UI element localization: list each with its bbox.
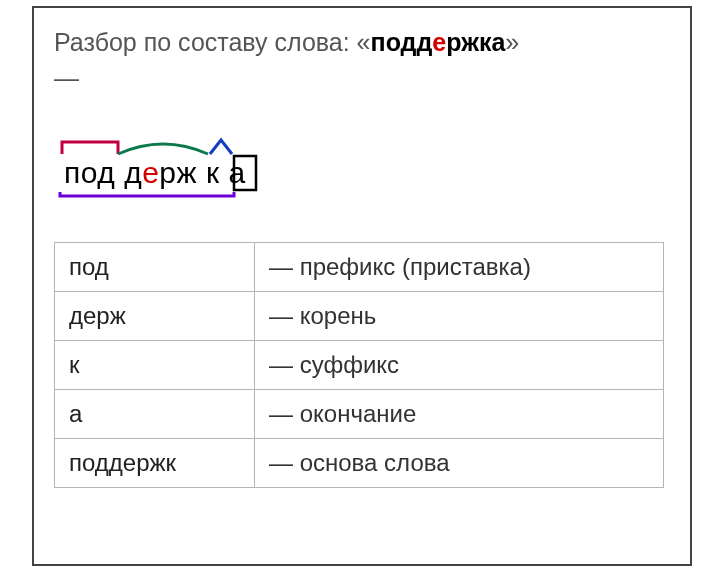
base-mark xyxy=(60,192,234,196)
prefix-mark xyxy=(62,142,118,154)
table-row: к — суффикс xyxy=(55,340,664,389)
part-cell: а xyxy=(55,389,255,438)
suffix-mark xyxy=(210,140,232,154)
part-cell: держ xyxy=(55,291,255,340)
table-row: держ — корень xyxy=(55,291,664,340)
title-word: поддержка xyxy=(371,28,506,56)
breakdown-table: под — префикс (приставка) держ — корень … xyxy=(54,242,664,488)
root-mark xyxy=(118,144,208,154)
desc-cell: — суффикс xyxy=(255,340,664,389)
desc-cell: — корень xyxy=(255,291,664,340)
part-cell: к xyxy=(55,340,255,389)
desc-cell: — основа слова xyxy=(255,438,664,487)
card: Разбор по составу слова: «поддержка» — п… xyxy=(32,6,692,566)
table-row: а — окончание xyxy=(55,389,664,438)
title: Разбор по составу слова: «поддержка» — xyxy=(54,26,670,96)
title-dash: — xyxy=(54,62,670,96)
desc-cell: — окончание xyxy=(255,389,664,438)
morpheme-word: под держ к а xyxy=(64,156,246,190)
desc-cell: — префикс (приставка) xyxy=(255,242,664,291)
morpheme-diagram: под держ к а xyxy=(58,134,670,204)
part-cell: под xyxy=(55,242,255,291)
title-suffix: » xyxy=(505,28,519,56)
part-cell: поддержк xyxy=(55,438,255,487)
table-row: поддержк — основа слова xyxy=(55,438,664,487)
table-row: под — префикс (приставка) xyxy=(55,242,664,291)
title-prefix: Разбор по составу слова: « xyxy=(54,28,371,56)
